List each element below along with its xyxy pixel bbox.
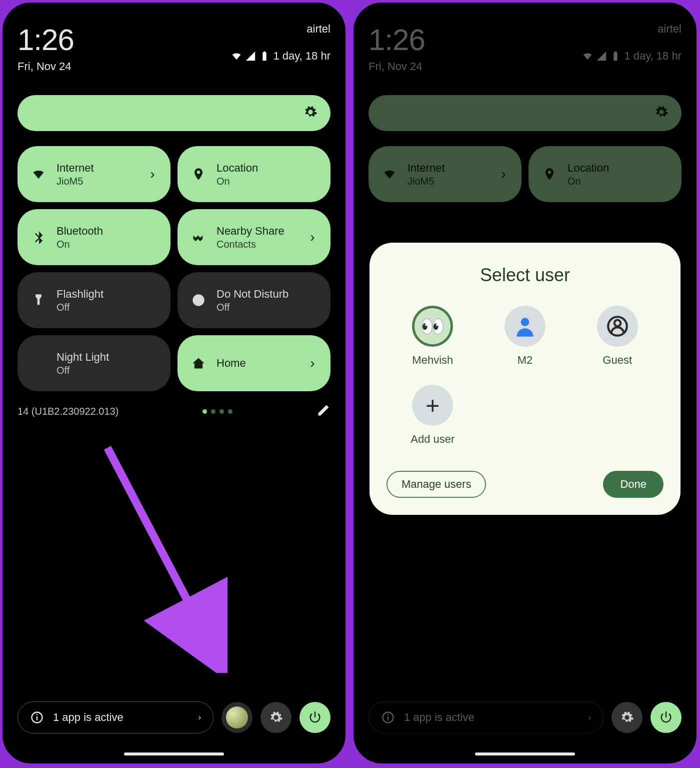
bottom-row: 1 app is active › [18,701,330,733]
plus-icon: + [412,385,453,426]
chevron-right-icon: › [146,166,160,182]
tile-label: Bluetooth [56,225,160,238]
guest-icon [597,306,638,347]
tile-sub: Off [56,365,160,376]
tile-sub: Off [216,302,320,313]
user-m2[interactable]: M2 [504,306,546,367]
tile-flashlight[interactable]: FlashlightOff [18,272,170,328]
active-apps-label: 1 app is active [53,711,190,724]
power-icon [659,710,673,724]
clock-block: 1:26 Fri, Nov 24 [18,23,74,73]
avatar-icon [504,306,546,347]
settings-button[interactable] [612,702,642,733]
tile-bluetooth[interactable]: BluetoothOn [18,209,170,265]
dialog-title: Select user [386,265,664,286]
dialog-actions: Manage users Done [386,471,664,498]
tile-label: Home [216,357,298,370]
tile-location[interactable]: LocationOn [178,146,330,202]
active-apps-chip[interactable]: 1 app is active › [18,701,214,733]
home-icon [188,356,208,370]
tile-label: Internet [56,162,138,175]
info-icon [30,710,44,724]
chevron-right-icon: › [306,355,320,371]
user-switch-button[interactable] [222,702,252,733]
flashlight-icon [28,293,48,307]
tile-sub: Off [56,302,160,313]
annotation-arrow-icon [102,443,228,673]
tile-sub: On [56,239,160,250]
active-apps-label: 1 app is active [404,711,580,724]
edit-tiles-button[interactable] [316,403,330,419]
user-guest[interactable]: Guest [597,306,638,367]
user-label: Add user [410,433,454,446]
bottom-row: 1 app is active › [368,701,682,733]
qs-footer: 14 (U1B2.230922.013) [18,403,330,419]
chevron-right-icon: › [496,166,510,182]
tile-dnd[interactable]: Do Not DisturbOff [178,272,330,328]
tile-sub: JioM5 [408,176,488,187]
active-apps-chip[interactable]: 1 app is active › [368,701,604,733]
location-icon [188,167,208,181]
tile-label: Night Light [56,351,160,364]
brightness-slider[interactable] [368,95,682,131]
qs-tiles: InternetJioM5 › LocationOn [368,146,682,202]
page-dots [202,409,232,414]
tile-home[interactable]: Home › [178,335,330,391]
power-icon [308,710,322,724]
avatar-icon: 👀 [412,306,453,347]
info-icon [381,710,395,724]
battery-text: 1 day, 18 hr [273,50,330,63]
add-user[interactable]: + Add user [410,385,454,446]
user-label: M2 [518,354,533,367]
carrier: airtel [231,23,330,36]
user-label: Guest [602,354,632,367]
tile-sub: JioM5 [56,176,138,187]
brightness-gear-icon [654,105,668,121]
wifi-icon [231,51,242,62]
tile-location[interactable]: LocationOn [528,146,682,202]
tile-internet[interactable]: InternetJioM5 › [368,146,522,202]
tile-night-light[interactable]: Night LightOff [18,335,170,391]
user-avatar-icon [226,706,248,728]
signal-icon [245,51,256,62]
status-icons: 1 day, 18 hr [582,50,682,63]
date: Fri, Nov 24 [18,60,74,73]
manage-users-button[interactable]: Manage users [386,471,486,498]
gear-icon [620,710,634,724]
done-button[interactable]: Done [603,471,664,498]
tile-label: Nearby Share [216,225,298,238]
svg-line-1 [108,448,218,658]
clock: 1:26 [18,23,74,57]
tile-sub: On [216,176,320,187]
tile-internet[interactable]: InternetJioM5 › [18,146,170,202]
power-button[interactable] [300,702,330,733]
chevron-right-icon: › [306,229,320,245]
nearby-share-icon [188,230,208,244]
users-grid: 👀 Mehvish M2 Guest + Add user [386,306,664,446]
tile-nearby-share[interactable]: Nearby ShareContacts › [178,209,330,265]
power-button[interactable] [650,702,682,733]
wifi-icon [28,167,48,181]
battery-icon [610,51,621,62]
status-icons: 1 day, 18 hr [231,50,330,63]
battery-icon [259,51,270,62]
status-row: 1:26 Fri, Nov 24 airtel 1 day, 18 hr [368,23,682,73]
phone-left: 1:26 Fri, Nov 24 airtel 1 day, 18 hr Int… [1,1,347,765]
select-user-dialog: Select user 👀 Mehvish M2 Guest + Add us [370,243,680,515]
carrier-block: airtel 1 day, 18 hr [231,23,330,63]
date: Fri, Nov 24 [368,60,425,73]
tile-label: Flashlight [56,288,160,301]
qs-tiles: InternetJioM5 › LocationOn BluetoothOn N… [18,146,330,391]
clock: 1:26 [368,23,425,57]
carrier-block: airtel 1 day, 18 hr [582,23,682,63]
dnd-icon [188,293,208,307]
gesture-bar[interactable] [124,752,224,755]
brightness-slider[interactable] [18,95,330,131]
phone-right: 1:26 Fri, Nov 24 airtel 1 day, 18 hr Int… [352,1,698,765]
tile-label: Location [568,162,670,175]
wifi-icon [582,51,593,62]
gesture-bar[interactable] [475,752,575,755]
user-mehvish[interactable]: 👀 Mehvish [412,306,453,367]
settings-button[interactable] [260,702,292,733]
bluetooth-icon [28,230,48,244]
